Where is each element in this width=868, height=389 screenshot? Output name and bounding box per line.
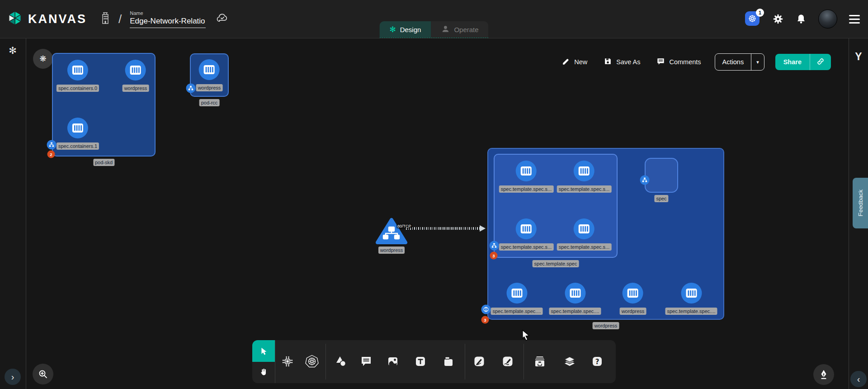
- menu-button[interactable]: [849, 15, 860, 24]
- kubernetes-context-button[interactable]: 1: [745, 11, 760, 27]
- service-triangle-icon: [376, 218, 407, 245]
- toolbar-divider: [326, 344, 326, 380]
- container-node[interactable]: spec.template.spec.s...: [499, 218, 554, 251]
- container-node[interactable]: spec.template.spec.s...: [499, 161, 554, 193]
- drawer-tool-button[interactable]: [530, 351, 550, 371]
- container-icon: [516, 161, 537, 181]
- error-count-badge[interactable]: 2: [47, 151, 55, 158]
- new-button[interactable]: New: [559, 57, 590, 67]
- mesh-wheel-icon[interactable]: [481, 305, 491, 314]
- organization-icon[interactable]: [99, 12, 111, 26]
- group-pod-skd[interactable]: spec.containers.0 wordpress spec.contain…: [52, 53, 156, 157]
- pencil-icon: [561, 57, 570, 67]
- settings-button[interactable]: [772, 13, 784, 25]
- tab-design[interactable]: ✻ Design: [379, 21, 431, 38]
- layers-tool-button[interactable]: [560, 351, 580, 371]
- design-icon: ✻: [389, 25, 396, 34]
- relationship-icon[interactable]: [47, 140, 57, 150]
- chevron-right-icon: ›: [11, 372, 14, 382]
- pencil-tool-button[interactable]: [498, 351, 518, 371]
- image-tool-button[interactable]: [383, 351, 403, 371]
- group-deployment-wordpress[interactable]: spec.template.spec.s... spec.template.sp…: [487, 148, 724, 320]
- container-node[interactable]: spec.template.spec....: [491, 283, 543, 315]
- node-label: wordpress: [378, 247, 405, 254]
- container-node[interactable]: spec.template.spec.s...: [557, 218, 612, 251]
- operate-person-icon: [441, 24, 450, 35]
- copy-link-button[interactable]: [810, 54, 831, 70]
- container-node[interactable]: spec.template.spec.s...: [557, 161, 612, 193]
- container-icon: [67, 60, 88, 81]
- group-label: spec.template.spec: [533, 260, 579, 267]
- user-avatar[interactable]: [818, 9, 837, 28]
- service-node[interactable]: wordpress: [376, 218, 407, 254]
- node-label: spec: [654, 195, 668, 202]
- expand-left-panel-button[interactable]: ›: [5, 369, 21, 385]
- share-split-button[interactable]: Share: [775, 54, 831, 70]
- pen-nib-button[interactable]: [813, 364, 834, 385]
- breadcrumb-separator: /: [118, 12, 122, 26]
- error-count-badge[interactable]: 3: [481, 316, 489, 324]
- feedback-label: Feedback: [857, 190, 864, 216]
- container-node[interactable]: spec.template.spec....: [549, 283, 601, 315]
- actions-split-button[interactable]: Actions ▾: [715, 53, 764, 71]
- container-icon: [67, 118, 88, 138]
- node-label: spec.template.spec....: [491, 308, 543, 315]
- node-label: spec.containers.1: [57, 142, 99, 150]
- container-icon: [623, 283, 643, 304]
- note-tool-button[interactable]: [439, 351, 458, 371]
- container-node[interactable]: spec.template.spec....: [665, 283, 717, 315]
- chevron-down-icon: ▾: [756, 59, 759, 65]
- pen-tool-button[interactable]: [469, 351, 489, 371]
- feedback-tab[interactable]: Feedback: [853, 178, 868, 228]
- group-label: wordpress: [593, 322, 619, 329]
- text-tool-button[interactable]: [410, 351, 430, 371]
- design-canvas[interactable]: ❋ spec.containers.0 wordpress spec.con: [26, 38, 849, 389]
- network-edge[interactable]: [406, 227, 481, 230]
- container-node[interactable]: wordpress: [196, 59, 223, 91]
- design-name-field: Name: [130, 10, 206, 28]
- node-label: wordpress: [123, 85, 149, 92]
- dock-widgets-button[interactable]: ❋: [33, 49, 53, 69]
- design-name-input[interactable]: [130, 17, 206, 28]
- spec-node[interactable]: spec: [645, 158, 678, 193]
- comments-button[interactable]: Comments: [654, 57, 703, 67]
- save-icon: [604, 57, 612, 67]
- container-node[interactable]: wordpress: [620, 283, 646, 315]
- relationship-icon[interactable]: [640, 176, 650, 185]
- components-tool-button[interactable]: [278, 351, 297, 371]
- container-icon: [125, 60, 146, 81]
- relationship-icon[interactable]: [186, 84, 196, 93]
- container-icon: [516, 218, 537, 239]
- pan-tool-button[interactable]: [252, 362, 275, 384]
- container-icon: [574, 218, 594, 239]
- expand-right-panel-button[interactable]: ‹: [850, 371, 867, 387]
- kubernetes-tool-button[interactable]: [302, 351, 322, 371]
- actions-button[interactable]: Actions: [715, 54, 751, 70]
- relationship-icon[interactable]: [490, 241, 499, 251]
- notifications-button[interactable]: [796, 13, 807, 25]
- comment-tool-button[interactable]: [356, 351, 376, 371]
- chevron-left-icon: ‹: [857, 374, 860, 384]
- error-count-badge[interactable]: 3: [490, 252, 498, 260]
- cursor-tool-button[interactable]: [252, 340, 275, 362]
- node-label: wordpress: [620, 308, 646, 315]
- zoom-search-button[interactable]: [33, 364, 53, 384]
- container-icon: [199, 59, 220, 80]
- shapes-tool-button[interactable]: [331, 351, 351, 371]
- container-node[interactable]: spec.containers.1: [57, 118, 99, 150]
- help-tool-button[interactable]: ?: [587, 351, 607, 371]
- actions-caret-button[interactable]: ▾: [751, 54, 764, 70]
- group-label: pod-skd: [93, 159, 114, 166]
- kanvas-logo-icon: [6, 9, 24, 28]
- container-icon: [565, 283, 585, 304]
- container-node[interactable]: wordpress: [123, 60, 149, 92]
- subgroup-spec-template-spec[interactable]: spec.template.spec.s... spec.template.sp…: [494, 154, 618, 258]
- save-as-button[interactable]: Save As: [601, 57, 643, 67]
- svg-text:?: ?: [595, 358, 599, 366]
- brand[interactable]: KANVAS: [6, 9, 87, 28]
- node-label: spec.template.spec.s...: [499, 243, 554, 251]
- container-node[interactable]: spec.containers.0: [57, 60, 99, 92]
- tab-operate[interactable]: Operate: [431, 21, 488, 38]
- group-pod-rcc[interactable]: wordpress pod-rcc: [190, 53, 229, 97]
- share-button[interactable]: Share: [775, 54, 810, 70]
